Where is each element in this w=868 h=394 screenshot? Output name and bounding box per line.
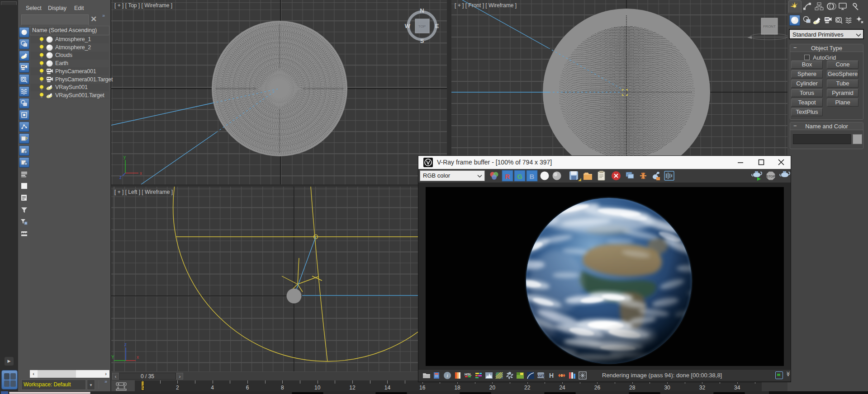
svg-text:W: W xyxy=(405,23,411,29)
svg-text:y: y xyxy=(123,155,126,159)
svg-text:z: z xyxy=(119,175,122,180)
svg-text:N: N xyxy=(420,7,424,14)
svg-text:Y: Y xyxy=(111,355,114,360)
svg-text:H: H xyxy=(549,372,554,379)
svg-text:FRONT: FRONT xyxy=(763,24,776,28)
svg-text:G: G xyxy=(517,173,522,180)
svg-text:TOP: TOP xyxy=(418,24,426,28)
svg-text:?: ? xyxy=(25,136,28,141)
svg-text:R: R xyxy=(505,173,510,180)
svg-text:B: B xyxy=(530,173,535,180)
svg-text:STOP: STOP xyxy=(767,175,775,178)
svg-text:E: E xyxy=(435,23,439,29)
svg-text:LUT: LUT xyxy=(537,374,545,378)
svg-text:x: x xyxy=(140,171,142,176)
svg-text:z: z xyxy=(124,342,127,347)
svg-text:x: x xyxy=(137,355,139,360)
svg-text:HSL: HSL xyxy=(465,372,472,376)
svg-text:i: i xyxy=(446,373,448,378)
svg-text:S: S xyxy=(420,38,424,44)
